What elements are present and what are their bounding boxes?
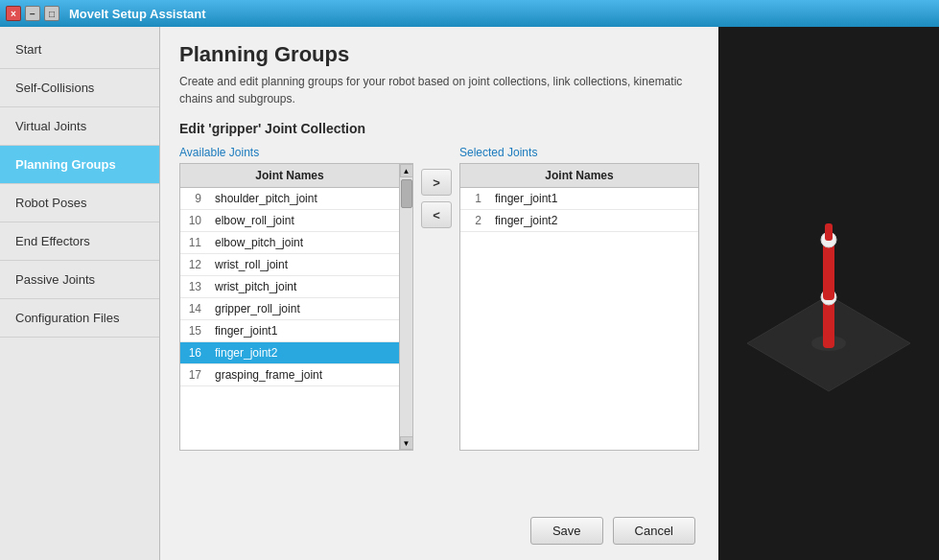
joint-name: wrist_roll_joint <box>207 254 399 276</box>
available-joints-label: Available Joints <box>179 146 413 159</box>
available-joint-row[interactable]: 15finger_joint1 <box>180 320 399 342</box>
selected-joint-row[interactable]: 1finger_joint1 <box>460 188 698 210</box>
available-joints-panel: Available Joints Joint Names 9shoulder_p… <box>179 146 413 451</box>
joint-number: 9 <box>180 188 207 210</box>
main-layout: Start Self-Collisions Virtual Joints Pla… <box>0 27 939 560</box>
edit-section-title: Edit 'gripper' Joint Collection <box>179 121 699 136</box>
joint-name: gripper_roll_joint <box>207 298 399 320</box>
available-joint-row[interactable]: 17grasping_frame_joint <box>180 364 399 386</box>
joint-number: 13 <box>180 276 207 298</box>
available-joint-row[interactable]: 9shoulder_pitch_joint <box>180 188 399 210</box>
sidebar-item-passive-joints[interactable]: Passive Joints <box>0 261 159 299</box>
transfer-to-available-button[interactable]: < <box>421 201 452 228</box>
sidebar-item-end-effectors[interactable]: End Effectors <box>0 222 159 261</box>
joint-name: finger_joint2 <box>207 342 399 364</box>
sidebar-item-virtual-joints[interactable]: Virtual Joints <box>0 107 159 146</box>
joint-number: 16 <box>180 342 207 364</box>
available-joints-header: Joint Names <box>180 164 399 188</box>
selected-joints-label: Selected Joints <box>459 146 699 159</box>
sidebar-item-planning-groups[interactable]: Planning Groups <box>0 146 159 184</box>
titlebar-buttons: × − □ <box>6 6 59 21</box>
joint-name: elbow_pitch_joint <box>207 232 399 254</box>
joint-number: 2 <box>460 210 487 232</box>
available-joint-row[interactable]: 10elbow_roll_joint <box>180 210 399 232</box>
transfer-buttons: > < <box>413 169 459 228</box>
joint-name: finger_joint1 <box>207 320 399 342</box>
bottom-bar: Save Cancel <box>179 517 699 545</box>
available-joint-row[interactable]: 11elbow_pitch_joint <box>180 232 399 254</box>
robot-scene-svg <box>718 27 939 560</box>
sidebar-item-start[interactable]: Start <box>0 31 159 69</box>
available-joint-row[interactable]: 16finger_joint2 <box>180 342 399 364</box>
selected-joint-row[interactable]: 2finger_joint2 <box>460 210 698 232</box>
selected-joints-scroll-container: Joint Names 1finger_joint12finger_joint2 <box>459 163 699 451</box>
transfer-to-selected-button[interactable]: > <box>421 169 452 196</box>
selected-joints-table: Joint Names 1finger_joint12finger_joint2 <box>460 164 698 232</box>
scroll-down-arrow[interactable]: ▼ <box>400 436 413 450</box>
sidebar: Start Self-Collisions Virtual Joints Pla… <box>0 27 160 560</box>
sidebar-item-configuration-files[interactable]: Configuration Files <box>0 299 159 338</box>
sidebar-item-robot-poses[interactable]: Robot Poses <box>0 184 159 222</box>
joint-number: 11 <box>180 232 207 254</box>
selected-joints-panel: Selected Joints Joint Names 1finger_join… <box>459 146 699 451</box>
scroll-up-arrow[interactable]: ▲ <box>400 164 413 177</box>
joint-number: 15 <box>180 320 207 342</box>
available-joints-scroll-container: Joint Names 9shoulder_pitch_joint10elbow… <box>179 163 413 451</box>
3d-viewport <box>718 27 939 560</box>
joint-number: 1 <box>460 188 487 210</box>
joint-number: 10 <box>180 210 207 232</box>
joint-name: finger_joint1 <box>487 188 698 210</box>
available-joints-table: Joint Names 9shoulder_pitch_joint10elbow… <box>180 164 399 386</box>
available-joints-scrollbar[interactable]: ▲ ▼ <box>400 163 413 451</box>
svg-rect-7 <box>825 223 833 241</box>
close-button[interactable]: × <box>6 6 21 21</box>
joint-number: 17 <box>180 364 207 386</box>
window-title: MoveIt Setup Assistant <box>69 7 206 21</box>
sidebar-item-self-collisions[interactable]: Self-Collisions <box>0 69 159 107</box>
joint-name: finger_joint2 <box>487 210 698 232</box>
available-joints-table-wrapper: Joint Names 9shoulder_pitch_joint10elbow… <box>179 163 400 451</box>
joint-number: 14 <box>180 298 207 320</box>
joint-number: 12 <box>180 254 207 276</box>
scroll-thumb[interactable] <box>401 179 412 208</box>
cancel-button[interactable]: Cancel <box>613 517 695 545</box>
joint-name: grasping_frame_joint <box>207 364 399 386</box>
joint-name: wrist_pitch_joint <box>207 276 399 298</box>
content-area: Planning Groups Create and edit planning… <box>160 27 718 560</box>
minimize-button[interactable]: − <box>25 6 40 21</box>
maximize-button[interactable]: □ <box>44 6 59 21</box>
save-button[interactable]: Save <box>530 517 603 545</box>
joint-panels: Available Joints Joint Names 9shoulder_p… <box>179 146 699 503</box>
available-joint-row[interactable]: 14gripper_roll_joint <box>180 298 399 320</box>
page-description: Create and edit planning groups for your… <box>179 73 699 107</box>
available-joint-row[interactable]: 12wrist_roll_joint <box>180 254 399 276</box>
joint-name: elbow_roll_joint <box>207 210 399 232</box>
available-joint-row[interactable]: 13wrist_pitch_joint <box>180 276 399 298</box>
selected-joints-header: Joint Names <box>460 164 698 188</box>
selected-joints-table-wrapper: Joint Names 1finger_joint12finger_joint2 <box>459 163 699 451</box>
joint-name: shoulder_pitch_joint <box>207 188 399 210</box>
page-title: Planning Groups <box>179 42 699 67</box>
titlebar: × − □ MoveIt Setup Assistant <box>0 0 939 27</box>
